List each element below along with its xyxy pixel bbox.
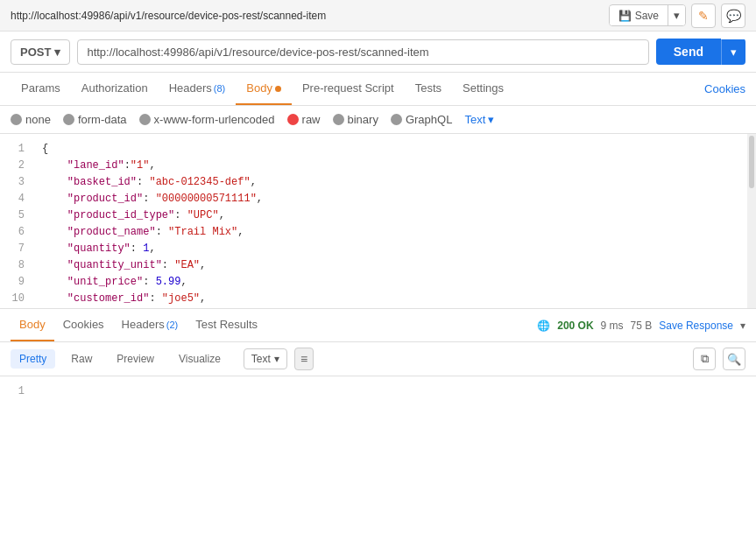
tab-params[interactable]: Params [11,73,71,105]
save-response-chevron[interactable]: ▾ [740,320,745,332]
response-text-select[interactable]: Text ▾ [244,348,287,369]
save-chevron-button[interactable]: ▾ [668,5,685,25]
radio-dot-graphql [391,114,402,125]
response-body-editor: 1 [0,376,756,490]
radio-form-data-label: form-data [78,113,127,126]
radio-binary-label: binary [348,113,378,126]
scroll-thumb [749,136,754,188]
format-preview[interactable]: Preview [108,349,163,369]
response-time: 9 ms [601,320,624,332]
send-button[interactable]: Send [656,39,721,65]
request-body-editor: 12345 67891011 { "lane_id":"1", "basket_… [0,134,756,309]
code-content[interactable]: { "lane_id":"1", "basket_id": "abc-01234… [33,134,747,308]
tab-headers[interactable]: Headers(8) [159,73,237,105]
title-bar: http://localhost:49986/api/v1/resource/d… [0,0,756,32]
save-button[interactable]: 💾 Save [610,6,668,25]
title-bar-actions: 💾 Save ▾ ✎ 💬 [609,4,745,28]
save-label: Save [635,10,659,22]
radio-dot-binary [333,114,344,125]
title-bar-url: http://localhost:49986/api/v1/resource/d… [11,10,326,22]
radio-raw[interactable]: raw [287,113,321,126]
response-actions: ⧉ 🔍 [693,348,745,370]
tab-body[interactable]: Body [236,73,292,105]
body-type-row: none form-data x-www-form-urlencoded raw… [0,106,756,134]
wrap-button[interactable]: ≡ [294,348,314,370]
tab-settings[interactable]: Settings [452,73,514,105]
method-label: POST [20,46,51,59]
search-response-button[interactable]: 🔍 [723,348,745,370]
response-size: 75 B [631,320,653,332]
radio-form-data[interactable]: form-data [63,113,127,126]
response-status-area: 🌐 200 OK 9 ms 75 B Save Response ▾ [537,320,745,332]
format-visualize[interactable]: Visualize [170,349,230,369]
radio-raw-label: raw [302,113,321,126]
response-tabs: Body Cookies Headers(2) Test Results 🌐 2… [0,309,756,342]
send-chevron-button[interactable]: ▾ [721,39,745,65]
resp-tab-cookies[interactable]: Cookies [54,309,113,341]
radio-urlencoded[interactable]: x-www-form-urlencoded [139,113,275,126]
text-dropdown-chevron: ▾ [488,113,494,126]
save-icon: 💾 [618,10,632,22]
resp-tab-test-results[interactable]: Test Results [187,309,266,341]
nav-tabs: Params Authorization Headers(8) Body Pre… [0,73,756,106]
comment-button[interactable]: 💬 [721,4,745,28]
method-chevron: ▾ [54,46,60,59]
radio-graphql[interactable]: GraphQL [391,113,452,126]
body-dot [275,86,281,92]
scrollbar[interactable] [747,134,756,308]
copy-response-button[interactable]: ⧉ [693,348,716,370]
response-body-toolbar: Pretty Raw Preview Visualize Text ▾ ≡ ⧉ … [0,342,756,376]
resp-tab-headers[interactable]: Headers(2) [113,309,187,341]
radio-dot-none [11,114,22,125]
tab-pre-request[interactable]: Pre-request Script [292,73,405,105]
tab-authorization[interactable]: Authorization [71,73,159,105]
tab-tests[interactable]: Tests [405,73,452,105]
format-pretty[interactable]: Pretty [11,349,55,369]
radio-urlencoded-label: x-www-form-urlencoded [154,113,275,126]
save-response-button[interactable]: Save Response [659,320,733,332]
url-input[interactable] [77,39,648,65]
text-dropdown[interactable]: Text ▾ [464,113,494,126]
edit-button[interactable]: ✎ [691,4,716,28]
format-raw[interactable]: Raw [62,349,101,369]
resp-line-numbers: 1 [0,376,33,490]
send-button-group: Send ▾ [656,39,745,65]
globe-icon: 🌐 [537,320,550,332]
save-button-group: 💾 Save ▾ [609,4,686,26]
cookies-link[interactable]: Cookies [704,82,745,95]
resp-text-chevron: ▾ [274,353,279,365]
radio-none-label: none [25,113,51,126]
radio-graphql-label: GraphQL [406,113,452,126]
resp-text-label: Text [251,353,271,365]
radio-binary[interactable]: binary [333,113,378,126]
radio-dot-form-data [63,114,74,125]
radio-dot-raw [287,114,299,125]
text-dropdown-label: Text [464,113,485,126]
resp-tab-body[interactable]: Body [11,309,54,341]
radio-none[interactable]: none [11,113,51,126]
status-code: 200 OK [557,320,593,332]
radio-dot-urlencoded [139,114,151,125]
url-bar: POST ▾ Send ▾ [0,32,756,73]
line-numbers: 12345 67891011 [0,134,33,308]
resp-code-content[interactable] [33,376,756,490]
method-select[interactable]: POST ▾ [11,39,70,65]
